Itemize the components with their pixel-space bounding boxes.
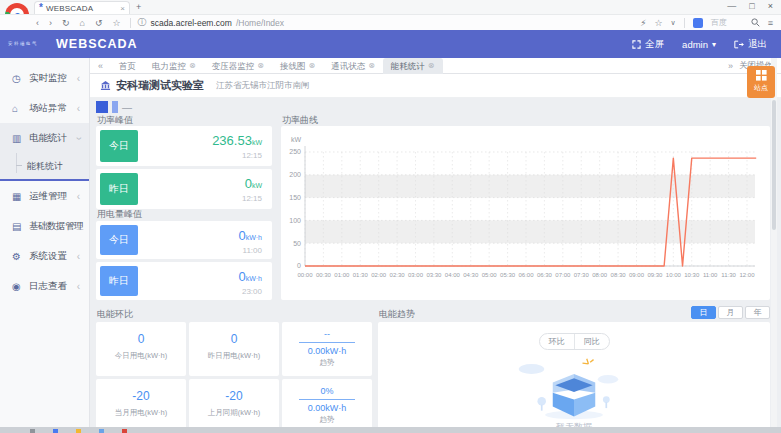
cell-value: 0 [96, 332, 186, 346]
svg-text:02:00: 02:00 [371, 272, 387, 278]
svg-text:11:30: 11:30 [721, 272, 736, 278]
url-host: scada.acrel-eem.com [151, 18, 232, 28]
tab-close-icon[interactable]: ⊗ [308, 58, 315, 74]
taskbar-icon[interactable] [99, 429, 104, 433]
chevron-collapsed-icon: ‹ [77, 73, 80, 84]
ring-compare-option[interactable]: 环比 [540, 334, 574, 349]
building-icon [100, 80, 111, 91]
site-switch-button[interactable]: 站点 [747, 66, 775, 98]
year-compare-option[interactable]: 同比 [574, 334, 609, 349]
ops-icon: ▦ [12, 191, 25, 202]
url-field[interactable]: ⓘ scada.acrel-eem.com /Home/Index [138, 16, 284, 29]
os-taskbar[interactable] [0, 427, 781, 433]
tabs-scroll-left-icon[interactable]: « [98, 61, 103, 71]
cell-today-usage: 0 今日用电(kW·h) [96, 322, 186, 376]
taskbar-icon[interactable] [53, 429, 58, 433]
chevron-down-icon[interactable]: ∨ [671, 19, 676, 27]
scrollbar-thumb[interactable] [772, 100, 776, 230]
svg-text:kW: kW [291, 136, 302, 143]
period-month-button[interactable]: 月 [718, 306, 743, 319]
app-header: Acrel 安科瑞电气 WEBSCADA 全屏 admin ▾ 退出 [0, 30, 781, 58]
history-icon[interactable]: ↺ [95, 18, 103, 28]
sidebar-item-realtime-monitor[interactable]: ◷ 实时监控 ‹ [0, 63, 89, 93]
ratio-divider [299, 342, 355, 343]
sidebar-item-station-alarm[interactable]: ⌂ 场站异常 ‹ [0, 93, 89, 123]
tab-close-icon[interactable]: ⊗ [189, 58, 196, 74]
taskbar-icon[interactable] [122, 429, 127, 433]
bookmark-label[interactable]: 百度 [711, 17, 727, 28]
tab-wiring-diagram[interactable]: 接线图⊗ [272, 58, 323, 74]
energy-peak-yesterday-card: 昨日 0kW·h 23:00 [96, 262, 272, 300]
light-blue-square-icon[interactable] [112, 101, 118, 113]
collapse-dash-icon[interactable]: — [122, 102, 132, 113]
back-icon[interactable]: ‹ [36, 18, 39, 28]
tab-close-icon[interactable]: ⊗ [368, 58, 375, 74]
page-scrollbar[interactable] [771, 58, 777, 427]
power-curve-chart[interactable]: 05010015020025000:0000:3001:0001:3002:00… [281, 126, 770, 300]
sidebar-subitem-energy-consumption[interactable]: 能耗统计 [0, 153, 89, 179]
sidebar-item-ops-management[interactable]: ▦ 运维管理 ‹ [0, 181, 89, 211]
tab-home[interactable]: 首页 [111, 58, 144, 74]
refresh-icon[interactable]: ↻ [62, 18, 70, 28]
window-close-button[interactable]: × [768, 1, 773, 11]
cell-value: -20 [189, 389, 279, 403]
menu-icon[interactable]: ≡ [768, 18, 773, 28]
today-badge: 今日 [100, 225, 138, 255]
tab-energy-stats[interactable]: 能耗统计⊗ [383, 58, 443, 74]
user-menu[interactable]: admin ▾ [682, 39, 716, 50]
taskbar-icon[interactable] [30, 429, 35, 433]
sidebar-item-label: 运维管理 [29, 190, 67, 203]
energy-trend-card: 环比 同比 暂无数据 [378, 322, 770, 427]
empty-box-illustration [494, 352, 654, 420]
page-info-icon[interactable]: ⓘ [138, 16, 147, 29]
window-minimize-button[interactable]: — [727, 1, 736, 11]
chevron-expanded-icon: ‹ [73, 136, 84, 139]
tab-transformer-monitor[interactable]: 变压器监控⊗ [204, 58, 272, 74]
fullscreen-button[interactable]: 全屏 [632, 38, 664, 51]
new-tab-button[interactable]: + [136, 2, 141, 12]
svg-text:03:30: 03:30 [426, 272, 442, 278]
sidebar-item-log-view[interactable]: ◉ 日志查看 ‹ [0, 271, 89, 301]
chevron-collapsed-icon: ‹ [77, 221, 80, 232]
tab-close-icon[interactable]: × [120, 4, 125, 13]
ratio-divider [299, 399, 355, 400]
period-year-button[interactable]: 年 [745, 306, 770, 319]
sidebar: ◷ 实时监控 ‹ ⌂ 场站异常 ‹ ▥ 电能统计 ‹ 能耗统计 ▦ 运维管理 ‹ [0, 58, 90, 427]
tab-label: 能耗统计 [391, 58, 425, 74]
favorite-icon[interactable]: ☆ [113, 18, 121, 28]
power-peak-today-time: 12:15 [142, 151, 262, 160]
forward-icon[interactable]: › [49, 18, 52, 28]
taskbar-icon[interactable] [76, 429, 81, 433]
svg-text:0: 0 [297, 262, 301, 269]
url-path: /Home/Index [236, 18, 284, 28]
logout-button[interactable]: 退出 [734, 38, 767, 51]
period-day-button[interactable]: 日 [691, 306, 716, 319]
browser-tab[interactable]: * WEBSCADA × [34, 1, 130, 14]
cell-label: 趋势 [282, 415, 372, 425]
home-icon[interactable]: ⌂ [80, 18, 85, 28]
sidebar-item-base-data[interactable]: ▤ 基础数据管理 ‹ [0, 211, 89, 241]
wrench-icon: ⚙ [12, 251, 25, 262]
tabs-scroll-right-icon[interactable]: » [728, 61, 733, 71]
sidebar-item-label: 系统设置 [29, 250, 67, 263]
tab-close-icon[interactable]: ⊗ [428, 58, 435, 74]
sidebar-item-energy-stats[interactable]: ▥ 电能统计 ‹ [0, 123, 89, 153]
bookmark-site-icon[interactable] [693, 18, 703, 28]
svg-text:01:00: 01:00 [334, 272, 350, 278]
tab-comm-status[interactable]: 通讯状态⊗ [323, 58, 383, 74]
bookmark-star-icon[interactable]: ☆ [655, 18, 663, 28]
tab-power-monitor[interactable]: 电力监控⊗ [144, 58, 204, 74]
search-icon[interactable] [751, 18, 760, 27]
plugin-icon[interactable]: ⚡ [640, 18, 646, 28]
caret-down-icon: ▾ [712, 40, 716, 49]
cell-yesterday-usage: 0 昨日用电(kW·h) [189, 322, 279, 376]
blue-square-icon[interactable] [96, 101, 108, 113]
acrel-logo: Acrel 安科瑞电气 [8, 41, 38, 47]
tab-close-icon[interactable]: ⊗ [257, 58, 264, 74]
sidebar-group-energy-stats: ▥ 电能统计 ‹ 能耗统计 [0, 123, 89, 181]
svg-text:08:30: 08:30 [611, 272, 627, 278]
sidebar-item-system-settings[interactable]: ⚙ 系统设置 ‹ [0, 241, 89, 271]
window-maximize-button[interactable]: □ [749, 1, 754, 11]
svg-text:12:00: 12:00 [739, 272, 755, 278]
calendar-icon: ▤ [12, 221, 25, 232]
